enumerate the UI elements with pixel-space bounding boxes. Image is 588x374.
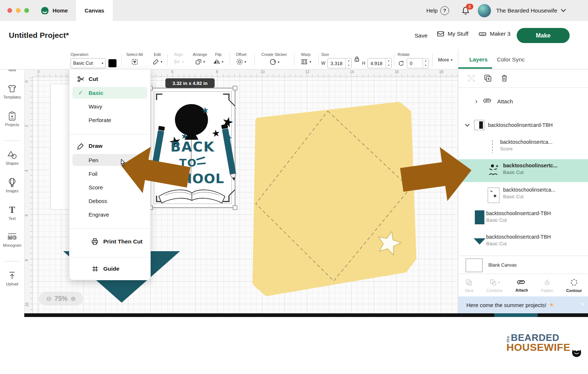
blank-canvas-row[interactable]: Blank Canvas <box>458 257 588 273</box>
contour-button[interactable]: Contour <box>566 278 582 293</box>
stepper-down-icon[interactable]: ▾ <box>423 63 429 68</box>
more-button[interactable]: More ▾ <box>438 57 452 63</box>
zoom-in-button[interactable]: ⊕ <box>71 295 76 303</box>
menu-item-deboss[interactable]: Deboss <box>72 195 147 207</box>
make-button[interactable]: Make <box>517 28 570 43</box>
menu-item-engrave[interactable]: Engrave <box>72 209 147 220</box>
zoom-out-button[interactable]: ⊖ <box>46 295 51 303</box>
account-menu[interactable]: The Bearded Housewife <box>496 0 566 21</box>
tab-home-label: Home <box>53 7 68 14</box>
height-stepper[interactable]: ▴▾ <box>386 58 391 68</box>
menu-item-guide[interactable]: Guide <box>69 262 150 275</box>
select-layers-icon[interactable] <box>467 74 476 82</box>
layer-name: backtoschoolinsertcard-TBH <box>488 122 553 128</box>
stepper-up-icon[interactable]: ▴ <box>386 58 391 63</box>
caret-down-icon: ▾ <box>161 60 162 64</box>
slice-button[interactable]: Slice <box>465 278 474 293</box>
lock-ratio-icon[interactable] <box>354 56 360 62</box>
avatar[interactable] <box>478 4 491 17</box>
sidebar-item-images[interactable]: Images <box>0 177 24 193</box>
height-input[interactable]: 4.918 ▴▾ <box>368 58 392 68</box>
tab-layers[interactable]: Layers <box>469 56 488 63</box>
layer-row-score[interactable]: backtoschoolinsertca... Score <box>458 137 588 157</box>
trash-icon[interactable] <box>500 74 509 82</box>
close-icon[interactable]: × <box>581 301 585 308</box>
arrange-button[interactable]: Arrange ▾ <box>190 52 210 65</box>
layer-row[interactable]: ★ backtoschoolinsertca... Basic Cut <box>458 184 588 206</box>
align-label: Align <box>170 52 187 57</box>
width-label: W <box>321 61 325 66</box>
help-button[interactable]: Help ? <box>426 0 449 21</box>
sidebar-item-templates[interactable]: Templates <box>0 83 24 99</box>
duplicate-icon[interactable] <box>483 74 492 83</box>
sidebar-item-projects[interactable]: ♥ Projects <box>0 111 24 127</box>
offset-button[interactable]: Offset ▾ <box>232 52 251 65</box>
edit-button[interactable]: Edit ▾ <box>149 52 166 65</box>
operation-color-swatch[interactable] <box>108 59 116 67</box>
menu-item-wavy[interactable]: Wavy <box>72 100 147 112</box>
rotate-icon[interactable] <box>398 60 405 67</box>
action-label: Contour <box>566 288 582 293</box>
maximize-window-button[interactable] <box>24 8 29 13</box>
tab-color-sync[interactable]: Color Sync <box>497 56 525 63</box>
warp-button[interactable]: Warp ▾ <box>296 52 315 65</box>
card-design[interactable]: ★ ★ ★ ★ ★ ★ BACK TO SCHOOL <box>150 88 236 208</box>
tab-home[interactable]: Home <box>40 0 68 21</box>
project-title[interactable]: Untitled Project* <box>9 31 69 40</box>
save-button[interactable]: Save <box>415 32 427 39</box>
select-all-button[interactable]: Select All <box>123 52 146 66</box>
flatten-button[interactable]: Flatten <box>541 278 553 293</box>
ruler-number: 14 <box>350 70 354 74</box>
width-input[interactable]: 3.318 ▴▾ <box>327 58 352 68</box>
stepper-up-icon[interactable]: ▴ <box>346 58 351 63</box>
sidebar-item-monogram[interactable]: MG Monogram <box>0 232 24 247</box>
group-thumbnail <box>474 120 484 130</box>
rotate-stepper[interactable]: ▴▾ <box>423 58 429 68</box>
menu-item-perforate[interactable]: Perforate <box>72 114 147 126</box>
svg-text:♥: ♥ <box>11 114 13 118</box>
envelope-shape[interactable] <box>243 100 418 296</box>
layer-row-selected[interactable]: ★ backtoschoolinsertc... Basic Cut <box>458 159 588 182</box>
menu-header-draw: Draw <box>69 141 150 151</box>
stepper-up-icon[interactable]: ▴ <box>423 58 429 63</box>
lay er-group-row[interactable]: backtoschoolinsertcard-TBH <box>458 118 588 132</box>
chevron-down-icon <box>561 9 566 12</box>
operation-select[interactable]: Basic Cut ▾ <box>71 58 106 68</box>
menu-item-print-then-cut[interactable]: Print Then Cut <box>69 235 150 248</box>
flip-button[interactable]: Flip ▾ <box>210 52 226 65</box>
layer-group-attach[interactable]: › Attach <box>458 94 588 108</box>
sidebar-item-upload[interactable]: Upload <box>0 270 24 286</box>
align-button[interactable]: Align ▾ <box>170 52 187 65</box>
ruler-number: 6 <box>171 70 173 74</box>
projects-icon: ♥ <box>7 111 17 121</box>
help-icon: ? <box>440 6 449 15</box>
close-window-button[interactable] <box>7 8 12 13</box>
my-stuff-button[interactable]: My Stuff <box>437 30 469 38</box>
create-sticker-button[interactable]: Create Sticker ▾ <box>257 52 291 66</box>
stepper-down-icon[interactable]: ▾ <box>346 63 351 68</box>
tab-canvas[interactable]: Canvas <box>76 0 113 21</box>
left-sidebar: New Templates ♥ Projects Shapes Images T… <box>0 50 25 314</box>
collapse-chevron-icon[interactable] <box>465 124 470 127</box>
layer-row[interactable]: backtoschoolinsertcard-TBH Basic Cut <box>458 231 588 253</box>
minimize-window-button[interactable] <box>16 8 21 13</box>
ruler-number: 2 <box>25 125 29 127</box>
combine-button[interactable]: ▾ Combine <box>486 278 502 293</box>
width-stepper[interactable]: ▴▾ <box>345 58 351 68</box>
rotate-input[interactable]: 0 ▴▾ <box>407 58 429 68</box>
expand-chevron-icon[interactable]: › <box>475 97 477 105</box>
create-sticker-icon <box>269 58 277 66</box>
menu-item-basic[interactable]: ✓ Basic <box>72 87 147 99</box>
attach-button[interactable]: Attach <box>516 279 528 292</box>
notifications-button[interactable]: 8 <box>461 6 470 15</box>
align-icon <box>173 58 181 65</box>
machine-selector[interactable]: Maker 3 <box>478 30 510 38</box>
sidebar-item-text[interactable]: T Text <box>0 205 24 221</box>
svg-text:BACK: BACK <box>171 139 215 155</box>
menu-item-label: Print Then Cut <box>103 238 143 245</box>
my-stuff-label: My Stuff <box>448 31 469 37</box>
layer-row[interactable]: backtoschoolinsertcard-TBH Basic Cut <box>458 207 588 229</box>
sidebar-item-shapes[interactable]: Shapes <box>0 150 24 165</box>
stepper-down-icon[interactable]: ▾ <box>386 63 391 68</box>
bearded-housewife-logo: the BEARDED HOUSEWIFE <box>506 333 573 353</box>
